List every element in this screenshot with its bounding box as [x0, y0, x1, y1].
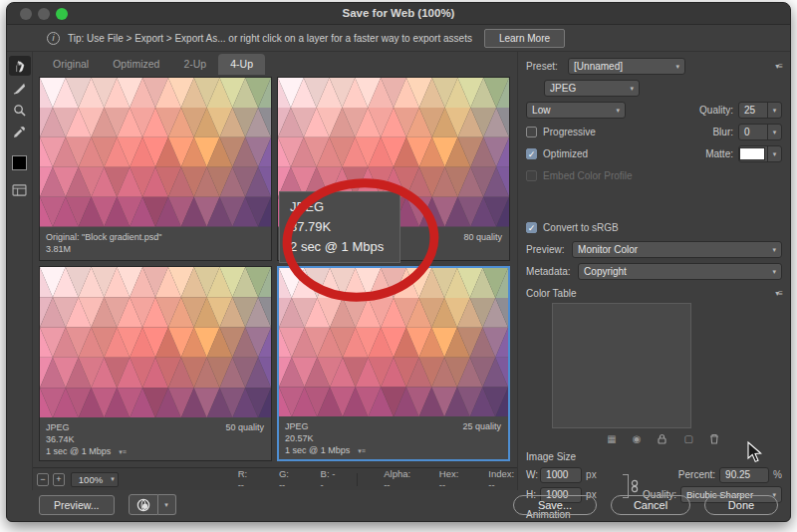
tab-4up[interactable]: 4-Up: [218, 54, 265, 75]
preset-dropdown[interactable]: [Unnamed]▾: [568, 58, 685, 75]
eyedropper-color-swatch[interactable]: [12, 155, 27, 170]
pane-info-50: 50 quality JPEG 36.74K 1 sec @ 1 Mbps▾≡: [40, 417, 271, 460]
status-index: Index: --: [488, 468, 517, 490]
callout-format: JPEG: [290, 197, 390, 217]
quality-label-50: 50 quality: [226, 422, 265, 432]
info-icon: i: [47, 32, 60, 45]
compression-dropdown[interactable]: Low▾: [526, 102, 626, 119]
status-hex: Hex: --: [439, 468, 463, 490]
web-shift-icon[interactable]: ◉: [633, 433, 642, 444]
metadata-label: Metadata:: [526, 266, 578, 277]
quality-label-80: 80 quality: [464, 232, 503, 242]
browser-globe-icon: [136, 498, 150, 512]
learn-more-button[interactable]: Learn More: [484, 29, 565, 48]
matte-label: Matte:: [705, 148, 733, 159]
toggle-slices-visibility[interactable]: [9, 180, 31, 200]
blur-label: Blur:: [712, 127, 733, 137]
tab-optimized[interactable]: Optimized: [101, 54, 171, 75]
hand-tool[interactable]: [9, 56, 31, 76]
preview-image-original[interactable]: [40, 78, 271, 227]
status-alpha: Alpha: --: [384, 468, 413, 490]
title-bar[interactable]: Save for Web (100%): [7, 3, 790, 25]
chevron-down-icon: ▾: [164, 501, 168, 509]
save-button[interactable]: Save...: [513, 495, 597, 515]
color-table-menu-icon[interactable]: ▾≡: [775, 289, 782, 298]
cancel-button[interactable]: Cancel: [611, 495, 690, 515]
convert-srgb-label: Convert to sRGB: [543, 222, 619, 233]
panel-menu-icon[interactable]: ▾≡: [775, 62, 782, 71]
save-for-web-dialog: Save for Web (100%) i Tip: Use File > Ex…: [6, 2, 791, 522]
tab-2up[interactable]: 2-Up: [171, 54, 218, 75]
chevron-down-icon: ▾: [773, 107, 777, 115]
quality-label: Quality:: [699, 105, 733, 116]
image-size-title: Image Size: [526, 451, 576, 462]
settings-panel: Preset: [Unnamed]▾ ▾≡ JPEG▾ Low▾ Quality…: [517, 52, 790, 490]
percent-field[interactable]: 90.25: [719, 467, 769, 483]
size-25: 20.57K: [285, 432, 502, 444]
jpeg-info-callout: JPEG 87.79K 2 sec @ 1 Mbps: [279, 191, 400, 263]
metadata-dropdown[interactable]: Copyright▾: [578, 263, 782, 280]
delete-color-icon[interactable]: [709, 433, 719, 444]
window-title: Save for Web (100%): [7, 7, 790, 19]
status-bar: − + 100% ▾ R: -- G: -- B: -- Alpha: -- H…: [33, 467, 517, 490]
time-50: 1 sec @ 1 Mbps: [46, 446, 111, 456]
time-25: 1 sec @ 1 Mbps: [285, 445, 350, 455]
original-filesize: 3.81M: [46, 243, 265, 255]
pane-25-quality-selected[interactable]: 25 quality JPEG 20.57K 1 sec @ 1 Mbps▾≡: [277, 266, 510, 461]
footer-bar: Preview... ▾ Save... Cancel Done: [7, 490, 790, 521]
pane-original[interactable]: Original: "Block gradient.psd" 3.81M: [39, 77, 272, 261]
convert-srgb-checkbox[interactable]: ✓: [526, 222, 537, 233]
zoom-in-button[interactable]: +: [53, 473, 65, 486]
status-separator: [357, 473, 358, 486]
optimized-checkbox[interactable]: ✓: [526, 148, 537, 159]
pane-50-quality[interactable]: 50 quality JPEG 36.74K 1 sec @ 1 Mbps▾≡: [39, 266, 272, 461]
preview-image-25[interactable]: [279, 268, 508, 416]
format-dropdown[interactable]: JPEG▾: [544, 80, 640, 97]
status-r: R: --: [238, 468, 253, 490]
pane-menu-icon[interactable]: ▾≡: [358, 447, 366, 454]
callout-size: 87.79K: [290, 217, 390, 237]
zoom-level-dropdown[interactable]: 100% ▾: [71, 472, 119, 487]
progressive-checkbox[interactable]: [526, 127, 537, 137]
dither-icon[interactable]: ▦: [607, 433, 616, 444]
zoom-level-value: 100%: [79, 474, 103, 485]
percent-unit: %: [773, 469, 782, 480]
lock-color-icon[interactable]: [657, 433, 667, 444]
tab-original[interactable]: Original: [41, 54, 101, 75]
size-50: 36.74K: [46, 433, 265, 445]
status-g: G: --: [279, 468, 295, 490]
width-label: W:: [526, 469, 540, 480]
chevron-down-icon: ▾: [111, 475, 115, 483]
chevron-down-icon: ▾: [772, 268, 776, 276]
chevron-down-icon: ▾: [676, 63, 680, 71]
chevron-down-icon: ▾: [631, 85, 635, 93]
quality-stepper[interactable]: 25 ▾: [738, 102, 782, 119]
percent-label: Percent:: [678, 469, 715, 480]
eyedropper-tool[interactable]: [9, 122, 31, 141]
color-table-box[interactable]: [552, 303, 691, 428]
browser-preview-button[interactable]: [129, 494, 158, 515]
callout-time: 2 sec @ 1 Mbps: [290, 237, 390, 257]
status-b: B: --: [321, 468, 336, 490]
preview-image-50[interactable]: [40, 267, 271, 417]
width-field[interactable]: 1000: [540, 467, 582, 483]
pane-menu-icon[interactable]: ▾≡: [119, 448, 127, 455]
new-color-icon[interactable]: ▢: [683, 433, 692, 444]
tip-bar: i Tip: Use File > Export > Export As... …: [7, 25, 790, 52]
done-button[interactable]: Done: [704, 495, 778, 515]
zoom-out-button[interactable]: −: [37, 473, 49, 486]
original-filename: Original: "Block gradient.psd": [46, 231, 265, 243]
pane-info-25: 25 quality JPEG 20.57K 1 sec @ 1 Mbps▾≡: [279, 416, 508, 459]
chevron-down-icon: ▾: [617, 107, 621, 115]
blur-stepper[interactable]: 0 ▾: [738, 124, 782, 140]
preview-button[interactable]: Preview...: [39, 495, 115, 515]
slice-select-tool[interactable]: [9, 78, 31, 98]
preview-dropdown[interactable]: Monitor Color▾: [572, 241, 782, 258]
embed-color-profile-label: Embed Color Profile: [543, 170, 632, 181]
matte-dropdown[interactable]: ▾: [738, 145, 782, 162]
pane-80-quality[interactable]: 80 quality JPEG 87.79K 2 sec @ 1 Mbps: [277, 77, 510, 261]
quality-label-25: 25 quality: [463, 421, 502, 431]
browser-select-chevron[interactable]: ▾: [158, 494, 176, 515]
zoom-tool[interactable]: [9, 100, 31, 120]
chevron-down-icon: ▾: [773, 150, 777, 158]
